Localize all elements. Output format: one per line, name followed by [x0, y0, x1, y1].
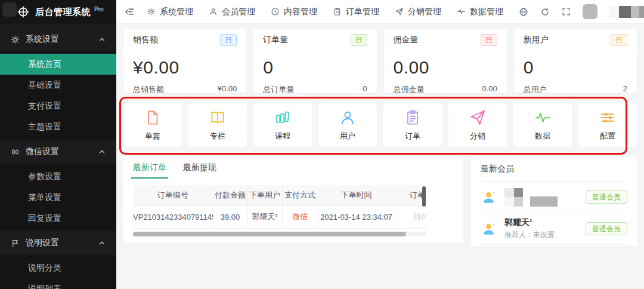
period-badge-day[interactable]: 日 — [351, 34, 367, 46]
vertical-scrollbar[interactable] — [422, 186, 426, 207]
avatar[interactable] — [583, 4, 597, 19]
tab-latest-orders[interactable]: 最新订单 — [133, 156, 166, 179]
cell-order-no: VP210314233407911458 — [133, 205, 213, 228]
sidebar-item-menu-settings[interactable]: 菜单设置 — [0, 187, 116, 208]
flag-icon — [11, 239, 20, 248]
stat-total-value: 2 — [623, 84, 627, 95]
chevron-up-icon — [98, 148, 106, 155]
topbar: 系统管理 会员管理 内容管理 订单管理 — [116, 0, 644, 24]
sidebar-item-reply-settings[interactable]: 回复设置 — [0, 208, 116, 229]
sidebar-submenu-wechat: 参数设置 菜单设置 回复设置 — [0, 164, 116, 231]
stat-card-new-users: 新用户 日 0 总用户 2 — [514, 29, 637, 93]
sidebar-submenu-system: 系统首页 基础设置 支付设置 主题设置 — [0, 51, 116, 140]
sidebar-item-desc-list[interactable]: 说明列表 — [0, 278, 116, 289]
fullscreen-icon[interactable] — [562, 7, 571, 16]
shortcut-distribution[interactable]: 分销 — [448, 103, 507, 147]
shortcut-label: 课程 — [275, 131, 290, 142]
period-badge-day[interactable]: 日 — [611, 34, 627, 46]
language-globe-icon[interactable] — [519, 7, 528, 17]
stat-total-label: 总用户 — [524, 84, 547, 95]
nav-item-data[interactable]: 数据管理 — [457, 7, 503, 17]
table-header-row: 订单编号 付款金额 下单用户 支付方式 下单时间 订单状态 — [133, 185, 426, 205]
stat-value: 0 — [514, 51, 637, 78]
member-avatar-icon — [481, 221, 497, 237]
stat-value: 0 — [253, 51, 376, 78]
stat-card-commission: 佣金量 日 0.00 总佣金量 0.00 — [384, 29, 507, 93]
period-badge-day[interactable]: 日 — [481, 34, 497, 46]
nav-item-distribution[interactable]: 分销管理 — [395, 7, 441, 17]
horizontal-scrollbar-thumb[interactable] — [133, 232, 406, 236]
tab-latest-withdrawals[interactable]: 最新提现 — [183, 156, 216, 179]
sidebar-item-desc-category[interactable]: 说明分类 — [0, 257, 116, 278]
app-title: 后台管理系统 — [35, 7, 91, 18]
wechat-icon — [11, 147, 20, 156]
sidebar-section-system[interactable]: 系统设置 — [0, 27, 116, 51]
send-icon — [469, 109, 487, 127]
cell-time: 2021-03-14 23:34:07 — [318, 205, 395, 228]
nav-label: 订单管理 — [346, 7, 379, 17]
sidebar-item-theme-settings[interactable]: 主题设置 — [0, 116, 116, 137]
shortcut-orders[interactable]: 订单 — [383, 103, 442, 147]
pulse-icon — [534, 109, 552, 127]
shortcut-column[interactable]: 专栏 — [188, 103, 247, 147]
stat-label: 销售额 — [133, 35, 158, 45]
bottom-panels: 最新订单 最新提现 订单编号 付款金额 — [123, 156, 637, 246]
shortcut-courses[interactable]: 课程 — [253, 103, 312, 147]
refresh-icon[interactable] — [540, 7, 550, 17]
stat-total-value: 0 — [363, 84, 367, 95]
stat-total-label: 总销售额 — [133, 84, 164, 95]
sidebar-item-payment-settings[interactable]: 支付设置 — [0, 96, 116, 116]
nav-label: 数据管理 — [470, 7, 503, 17]
gear-icon — [11, 35, 20, 44]
chevron-up-icon — [98, 239, 106, 247]
shortcut-label: 专栏 — [210, 131, 225, 142]
chevron-up-icon — [98, 36, 106, 43]
horizontal-scrollbar-track — [133, 232, 426, 236]
period-badge-day[interactable]: 日 — [220, 34, 237, 46]
sliders-icon — [599, 109, 617, 127]
cell-pay-method: 微信 — [282, 205, 318, 228]
member-referrer: 推荐人：未设置 — [504, 230, 555, 240]
sidebar-item-basic-settings[interactable]: 基础设置 — [0, 75, 116, 96]
sidebar-section-label: 系统设置 — [26, 34, 59, 45]
shortcut-config[interactable]: 配置 — [578, 103, 637, 147]
member-row: 郭耀天¹ 推荐人：未设置 普通会员 — [481, 213, 627, 245]
nav-item-content[interactable]: 内容管理 — [271, 7, 317, 17]
nav-item-orders[interactable]: 订单管理 — [333, 7, 379, 17]
sidebar-section-label: 说明设置 — [26, 238, 59, 248]
cell-amount: 39.00 — [213, 205, 247, 228]
shortcut-single-article[interactable]: 单篇 — [123, 103, 182, 147]
document-icon — [144, 109, 162, 127]
stat-value: 0.00 — [384, 51, 507, 78]
nav-item-system[interactable]: 系统管理 — [147, 7, 193, 17]
nav-item-members[interactable]: 会员管理 — [209, 7, 255, 17]
stat-label: 新用户 — [524, 35, 549, 45]
sidebar-item-param-settings[interactable]: 参数设置 — [0, 166, 116, 187]
shortcut-label: 用户 — [340, 131, 355, 142]
sidebar-item-system-home[interactable]: 系统首页 — [0, 54, 116, 75]
stat-total-label: 总佣金量 — [394, 84, 425, 95]
shortcut-users[interactable]: 用户 — [318, 103, 377, 147]
shortcut-label: 分销 — [470, 131, 485, 142]
topbar-right — [519, 4, 644, 19]
sidebar-section-description[interactable]: 说明设置 — [0, 231, 116, 255]
logo: 后台管理系统 Pro — [0, 0, 116, 24]
stat-value: ¥0.00 — [123, 51, 246, 78]
sidebar-section-wechat[interactable]: 微信设置 — [0, 140, 116, 164]
person-icon — [339, 109, 357, 127]
stat-card-sales: 销售额 日 ¥0.00 总销售额 ¥0.00 — [123, 29, 246, 93]
sidebar-collapse-icon[interactable] — [125, 7, 135, 17]
latest-members-panel: 最新会员 普通会员 — [471, 156, 637, 246]
nav-label: 分销管理 — [408, 7, 441, 17]
stat-total-value: 0.00 — [482, 84, 497, 95]
app-logo-icon — [17, 5, 30, 19]
col-user: 下单用户 — [247, 185, 282, 205]
stat-total-label: 总订单量 — [263, 84, 294, 95]
shortcut-data[interactable]: 数据 — [513, 103, 572, 147]
dashboard-content: 销售额 日 ¥0.00 总销售额 ¥0.00 订单量 日 0 — [116, 24, 644, 289]
username-censored — [609, 6, 644, 18]
main-area: 系统管理 会员管理 内容管理 订单管理 — [116, 0, 644, 289]
table-row: VP210314233407911458 39.00 郭耀天¹ 微信 2021-… — [133, 205, 426, 228]
sidebar: 后台管理系统 Pro 系统设置 系统首页 基础设置 支付设置 主题设置 — [0, 0, 116, 289]
col-order-no: 订单编号 — [133, 185, 213, 205]
